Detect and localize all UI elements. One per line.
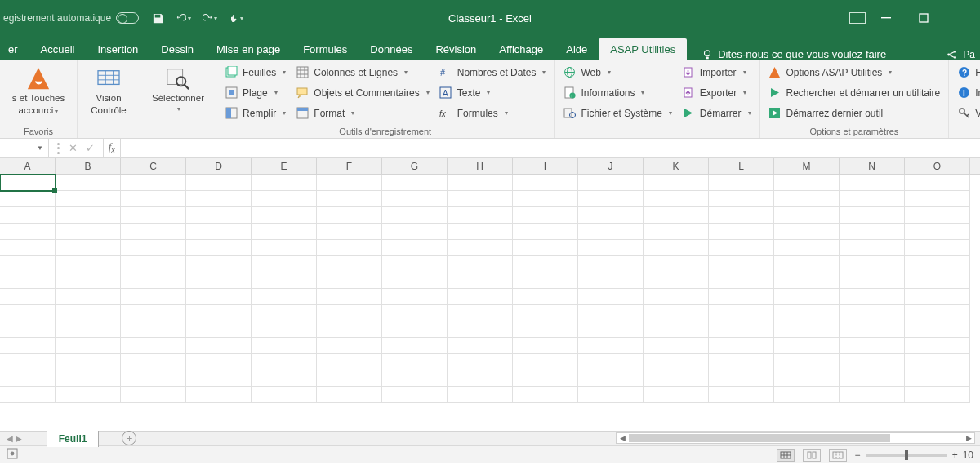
zoom-in-icon[interactable]: + bbox=[952, 450, 958, 461]
cell[interactable] bbox=[644, 289, 709, 305]
cell[interactable] bbox=[774, 305, 840, 321]
cell[interactable] bbox=[252, 207, 317, 224]
cell[interactable] bbox=[186, 240, 252, 256]
autosave-toggle[interactable]: egistrement automatique bbox=[0, 12, 139, 24]
cell[interactable] bbox=[317, 370, 382, 387]
cell[interactable] bbox=[644, 387, 709, 403]
cell[interactable] bbox=[448, 191, 513, 207]
cell[interactable] bbox=[382, 224, 448, 240]
format-menu[interactable]: Format▾ bbox=[294, 104, 430, 122]
worksheet-grid[interactable]: A B C D E F G H I J K L M N O bbox=[0, 158, 980, 431]
cell[interactable] bbox=[0, 240, 56, 256]
ribbon-display-options-icon[interactable] bbox=[849, 12, 866, 24]
cell[interactable] bbox=[840, 175, 905, 191]
cell[interactable] bbox=[905, 207, 970, 224]
cell[interactable] bbox=[448, 272, 513, 289]
share-button[interactable]: Pa bbox=[947, 49, 975, 60]
tab-accueil[interactable]: Accueil bbox=[29, 38, 87, 60]
faq-button[interactable]: ?FAQ en ligne bbox=[956, 64, 980, 81]
cell[interactable] bbox=[448, 321, 513, 338]
cell[interactable] bbox=[121, 224, 186, 240]
cell[interactable] bbox=[252, 289, 317, 305]
web-menu[interactable]: Web▾ bbox=[561, 64, 673, 81]
cell[interactable] bbox=[121, 354, 186, 370]
cell[interactable] bbox=[56, 191, 121, 207]
zoom-out-icon[interactable]: − bbox=[855, 450, 861, 461]
cell[interactable] bbox=[252, 370, 317, 387]
info-button[interactable]: iInfo bbox=[956, 84, 980, 101]
cell[interactable] bbox=[448, 387, 513, 403]
tab-aide[interactable]: Aide bbox=[555, 38, 599, 60]
colhead[interactable]: L bbox=[709, 158, 774, 174]
cell[interactable] bbox=[186, 338, 252, 354]
touch-mode-icon[interactable]: ▾ bbox=[229, 11, 243, 25]
colhead[interactable]: F bbox=[317, 158, 382, 174]
cell[interactable] bbox=[0, 272, 56, 289]
cell[interactable] bbox=[382, 321, 448, 338]
cell[interactable] bbox=[56, 240, 121, 256]
select-button[interactable]: Sélectionner ▾ bbox=[146, 64, 210, 113]
undo-icon[interactable]: ▾ bbox=[176, 11, 191, 25]
name-box[interactable]: ▼ bbox=[0, 139, 49, 157]
cell[interactable] bbox=[0, 387, 56, 403]
cell[interactable] bbox=[774, 272, 840, 289]
cell[interactable] bbox=[709, 207, 774, 224]
cell[interactable] bbox=[186, 175, 252, 191]
texte-menu[interactable]: ATexte▾ bbox=[438, 84, 548, 101]
cell[interactable] bbox=[0, 191, 56, 207]
cell[interactable] bbox=[709, 387, 774, 403]
colhead[interactable]: J bbox=[578, 158, 644, 174]
cell[interactable] bbox=[0, 207, 56, 224]
colonnes-lignes-menu[interactable]: Colonnes et Lignes▾ bbox=[294, 64, 430, 81]
colhead[interactable]: E bbox=[252, 158, 317, 174]
dernier-outil-button[interactable]: Démarrez dernier outil bbox=[767, 104, 942, 122]
cell[interactable] bbox=[905, 338, 970, 354]
cell[interactable] bbox=[317, 321, 382, 338]
cell[interactable] bbox=[382, 338, 448, 354]
cell[interactable] bbox=[121, 387, 186, 403]
cell[interactable] bbox=[840, 272, 905, 289]
cell[interactable] bbox=[578, 224, 644, 240]
scroll-left-icon[interactable]: ◀ bbox=[617, 434, 628, 442]
cell[interactable] bbox=[513, 305, 578, 321]
tab-file[interactable]: er bbox=[5, 38, 29, 60]
cell[interactable] bbox=[186, 370, 252, 387]
close-button[interactable] bbox=[942, 0, 980, 36]
cell[interactable] bbox=[252, 256, 317, 272]
cell[interactable] bbox=[56, 272, 121, 289]
objets-commentaires-menu[interactable]: Objets et Commentaires▾ bbox=[294, 84, 430, 101]
cell[interactable] bbox=[578, 387, 644, 403]
cell[interactable] bbox=[840, 305, 905, 321]
cell[interactable] bbox=[513, 240, 578, 256]
cell[interactable] bbox=[513, 207, 578, 224]
cell[interactable] bbox=[709, 370, 774, 387]
cell[interactable] bbox=[840, 370, 905, 387]
colhead[interactable]: H bbox=[448, 158, 513, 174]
tab-donnees[interactable]: Données bbox=[359, 38, 424, 60]
cell[interactable] bbox=[382, 240, 448, 256]
cell[interactable] bbox=[382, 256, 448, 272]
cell[interactable] bbox=[774, 224, 840, 240]
importer-menu[interactable]: Importer▾ bbox=[680, 64, 753, 81]
cell[interactable] bbox=[840, 207, 905, 224]
cell[interactable] bbox=[905, 191, 970, 207]
cell[interactable] bbox=[840, 354, 905, 370]
cell[interactable] bbox=[578, 191, 644, 207]
cell[interactable] bbox=[317, 354, 382, 370]
colhead[interactable]: I bbox=[513, 158, 578, 174]
view-normal-icon[interactable] bbox=[777, 449, 795, 462]
cell[interactable] bbox=[709, 224, 774, 240]
cell[interactable] bbox=[578, 321, 644, 338]
cell[interactable] bbox=[840, 256, 905, 272]
cell[interactable] bbox=[774, 338, 840, 354]
cell[interactable] bbox=[121, 338, 186, 354]
cell[interactable] bbox=[448, 256, 513, 272]
cell[interactable] bbox=[774, 191, 840, 207]
maximize-button[interactable] bbox=[905, 0, 942, 36]
cell[interactable] bbox=[0, 224, 56, 240]
cell[interactable] bbox=[709, 240, 774, 256]
cell[interactable] bbox=[774, 207, 840, 224]
save-icon[interactable] bbox=[150, 11, 165, 25]
formules-menu[interactable]: fxFormules▾ bbox=[438, 104, 548, 122]
cell[interactable] bbox=[121, 370, 186, 387]
